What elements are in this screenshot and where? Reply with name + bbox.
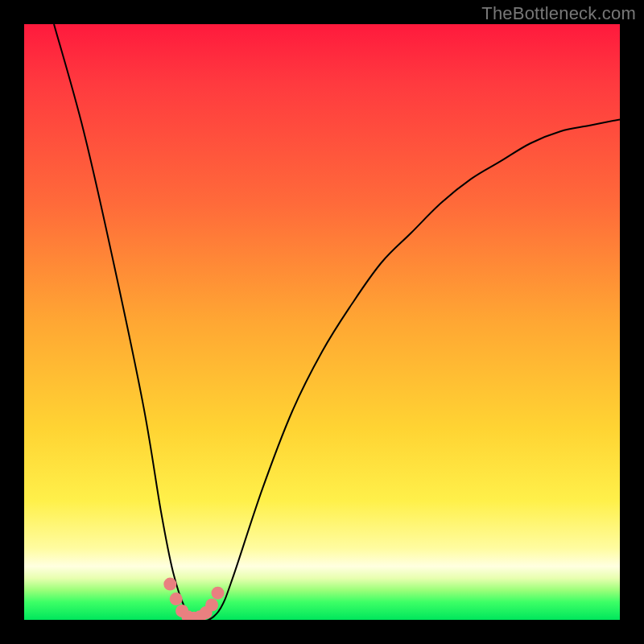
highlight-dot (163, 578, 176, 591)
highlight-dot (212, 587, 225, 600)
chart-frame: TheBottleneck.com (0, 0, 644, 644)
highlight-dot (205, 599, 218, 612)
curve-svg (24, 24, 620, 620)
watermark-text: TheBottleneck.com (481, 3, 636, 24)
bottleneck-curve (54, 24, 620, 620)
highlight-dots (163, 578, 224, 620)
highlight-dot (170, 592, 183, 605)
plot-area (24, 24, 620, 620)
